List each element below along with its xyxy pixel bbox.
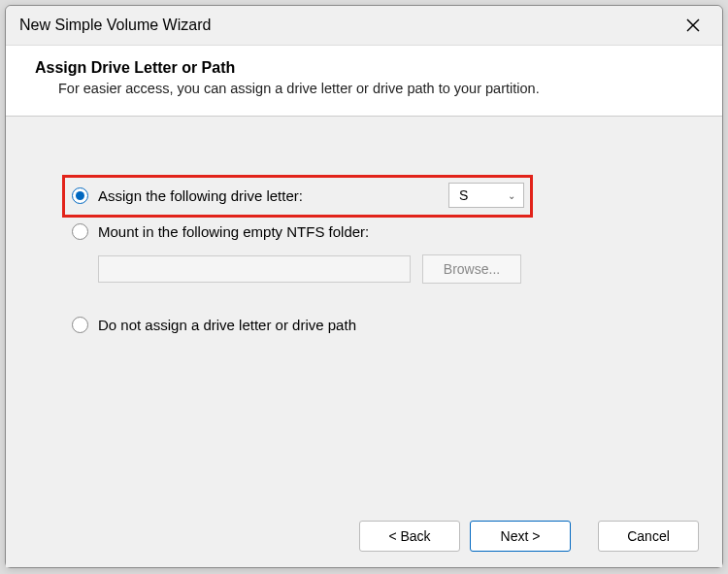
cancel-button[interactable]: Cancel bbox=[598, 521, 699, 552]
radio-assign-letter[interactable] bbox=[72, 187, 88, 204]
label-assign-letter: Assign the following drive letter: bbox=[98, 187, 303, 204]
browse-button: Browse... bbox=[422, 254, 521, 284]
page-subtitle: For easier access, you can assign a driv… bbox=[35, 81, 693, 96]
wizard-content: Assign the following drive letter: S ⌄ M… bbox=[6, 117, 722, 511]
label-no-assign: Do not assign a drive letter or drive pa… bbox=[98, 317, 356, 333]
label-mount-folder: Mount in the following empty NTFS folder… bbox=[98, 223, 369, 240]
drive-letter-value: S bbox=[459, 187, 468, 203]
folder-path-input bbox=[98, 255, 411, 283]
close-icon bbox=[686, 18, 700, 32]
close-button[interactable] bbox=[674, 12, 712, 39]
chevron-down-icon: ⌄ bbox=[508, 190, 515, 201]
option-no-assign: Do not assign a drive letter or drive pa… bbox=[72, 311, 683, 338]
titlebar: New Simple Volume Wizard bbox=[6, 6, 722, 45]
radio-mount-folder[interactable] bbox=[72, 223, 88, 240]
option-assign-letter: Assign the following drive letter: S ⌄ bbox=[64, 175, 528, 216]
option-mount-folder: Mount in the following empty NTFS folder… bbox=[72, 218, 683, 245]
wizard-footer: < Back Next > Cancel bbox=[6, 511, 722, 567]
wizard-dialog: New Simple Volume Wizard Assign Drive Le… bbox=[5, 5, 723, 568]
radio-no-assign[interactable] bbox=[72, 317, 88, 333]
back-button[interactable]: < Back bbox=[359, 521, 460, 552]
next-button[interactable]: Next > bbox=[470, 521, 571, 552]
folder-input-row: Browse... bbox=[98, 254, 683, 284]
page-title: Assign Drive Letter or Path bbox=[35, 59, 693, 77]
wizard-header: Assign Drive Letter or Path For easier a… bbox=[6, 45, 722, 117]
window-title: New Simple Volume Wizard bbox=[19, 17, 211, 34]
drive-letter-dropdown[interactable]: S ⌄ bbox=[448, 183, 524, 208]
